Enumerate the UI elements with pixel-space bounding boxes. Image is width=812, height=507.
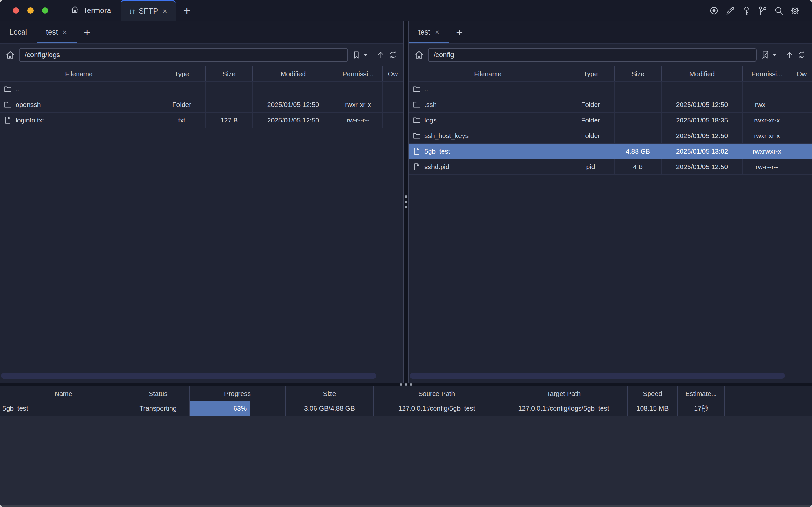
minimize-window-button[interactable] xyxy=(27,7,34,14)
file-row[interactable]: sshd.pid pid 4 B 2025/01/05 12:50 rw-r--… xyxy=(409,159,812,175)
column-header-size[interactable]: Size xyxy=(614,66,661,81)
column-header-filename[interactable]: Filename xyxy=(409,66,567,81)
transfer-row[interactable]: 5gb_test Transporting 63% 3.06 GB/4.88 G… xyxy=(0,401,812,416)
up-directory-icon[interactable] xyxy=(785,50,794,60)
horizontal-scrollbar[interactable] xyxy=(1,373,376,379)
column-header-modified[interactable]: Modified xyxy=(661,66,743,81)
branch-icon[interactable] xyxy=(758,6,767,15)
file-size xyxy=(614,113,661,128)
left-new-tab-button[interactable]: + xyxy=(76,21,98,44)
file-modified: 2025/01/05 12:50 xyxy=(253,97,334,113)
column-header-size[interactable]: Size xyxy=(286,386,374,401)
file-type-icon xyxy=(413,163,421,171)
tab-close-icon[interactable]: × xyxy=(162,7,167,15)
file-row[interactable]: loginfo.txt txt 127 B 2025/01/05 12:50 r… xyxy=(0,113,403,128)
zoom-window-button[interactable] xyxy=(42,7,48,14)
left-pane-tabs: Local test × + xyxy=(0,21,403,44)
column-header-progress[interactable]: Progress xyxy=(190,386,286,401)
column-header-type[interactable]: Type xyxy=(567,66,614,81)
search-icon[interactable] xyxy=(774,6,784,15)
file-modified: 2025/01/05 12:50 xyxy=(661,159,743,175)
file-row[interactable]: 5gb_test 4.88 GB 2025/01/05 13:02 rwxrwx… xyxy=(409,144,812,159)
file-permissions xyxy=(334,81,382,97)
pane-splitter-handle[interactable] xyxy=(403,21,409,383)
file-size xyxy=(206,97,253,113)
record-icon[interactable] xyxy=(709,6,719,15)
key-icon[interactable] xyxy=(742,6,751,15)
column-header-target-path[interactable]: Target Path xyxy=(500,386,628,401)
tab-sftp-label: SFTP xyxy=(139,7,158,15)
tab-close-icon[interactable]: × xyxy=(62,29,67,36)
file-owner xyxy=(791,81,812,97)
file-name: 5gb_test xyxy=(424,148,450,155)
left-tab-local[interactable]: Local xyxy=(0,21,37,44)
file-owner xyxy=(791,97,812,113)
column-header-owner[interactable]: Ow xyxy=(382,66,403,81)
column-header-status[interactable]: Status xyxy=(127,386,190,401)
traffic-lights xyxy=(0,0,61,21)
file-row[interactable]: openssh Folder 2025/01/05 12:50 rwxr-xr-… xyxy=(0,97,403,113)
transfer-filler xyxy=(725,401,812,416)
column-header-permissions[interactable]: Permissi... xyxy=(334,66,382,81)
chevron-down-icon[interactable] xyxy=(364,54,368,56)
file-type xyxy=(567,144,614,159)
new-tab-button[interactable]: + xyxy=(175,0,199,21)
file-type-icon xyxy=(413,116,421,124)
bookmark-icon[interactable] xyxy=(352,50,361,60)
file-row[interactable]: .. xyxy=(409,81,812,97)
right-pane: test × + xyxy=(409,21,812,383)
edit-icon[interactable] xyxy=(725,6,735,15)
file-owner xyxy=(382,113,403,128)
home-icon[interactable] xyxy=(414,50,424,60)
app-window: Termora ↓↑ SFTP × + xyxy=(0,0,812,507)
right-path-input[interactable] xyxy=(428,48,757,62)
column-header-permissions[interactable]: Permissi... xyxy=(743,66,791,81)
column-header-filename[interactable]: Filename xyxy=(0,66,158,81)
column-header-estimate[interactable]: Estimate... xyxy=(678,386,725,401)
file-row[interactable]: .ssh Folder 2025/01/05 12:50 rwx------ xyxy=(409,97,812,113)
up-directory-icon[interactable] xyxy=(376,50,385,60)
column-header-owner[interactable]: Ow xyxy=(791,66,812,81)
right-file-table-header: Filename Type Size Modified Permissi... … xyxy=(409,66,812,81)
refresh-icon[interactable] xyxy=(388,50,397,60)
column-header-source-path[interactable]: Source Path xyxy=(374,386,500,401)
file-name: logs xyxy=(424,116,437,124)
tab-sftp[interactable]: ↓↑ SFTP × xyxy=(121,0,175,21)
left-path-input[interactable] xyxy=(19,48,348,62)
home-icon[interactable] xyxy=(5,50,15,60)
file-type xyxy=(158,81,206,97)
horizontal-scrollbar[interactable] xyxy=(410,373,785,379)
left-file-table-header: Filename Type Size Modified Permissi... … xyxy=(0,66,403,81)
transfer-status: Transporting xyxy=(127,401,190,416)
file-name: sshd.pid xyxy=(424,163,449,171)
right-new-tab-button[interactable]: + xyxy=(449,21,470,44)
transfer-panel-splitter-handle[interactable] xyxy=(0,383,812,386)
bookmark-slash-icon[interactable] xyxy=(761,50,770,60)
file-owner xyxy=(382,97,403,113)
right-tab-test[interactable]: test × xyxy=(409,21,449,44)
right-tab-test-label: test xyxy=(418,28,430,37)
file-row[interactable]: ssh_host_keys Folder 2025/01/05 12:50 rw… xyxy=(409,128,812,144)
left-tab-test[interactable]: test × xyxy=(37,21,76,44)
file-row[interactable]: .. xyxy=(0,81,403,97)
file-owner xyxy=(791,113,812,128)
chevron-down-icon[interactable] xyxy=(773,54,776,56)
file-permissions: rwxrwxr-x xyxy=(743,144,791,159)
refresh-icon[interactable] xyxy=(797,50,806,60)
file-type xyxy=(567,81,614,97)
column-header-modified[interactable]: Modified xyxy=(253,66,334,81)
settings-gear-icon[interactable] xyxy=(790,6,800,15)
right-file-list: .. xyxy=(409,81,812,175)
file-row[interactable]: logs Folder 2025/01/05 18:35 rwxr-xr-x xyxy=(409,113,812,128)
column-header-size[interactable]: Size xyxy=(206,66,253,81)
column-header-type[interactable]: Type xyxy=(158,66,206,81)
file-size xyxy=(614,97,661,113)
left-pane: Local test × + xyxy=(0,21,403,383)
file-permissions: rw-r--r-- xyxy=(743,159,791,175)
column-header-name[interactable]: Name xyxy=(0,386,127,401)
file-owner xyxy=(791,128,812,144)
close-window-button[interactable] xyxy=(13,7,19,14)
column-header-speed[interactable]: Speed xyxy=(628,386,678,401)
tab-termora[interactable]: Termora xyxy=(61,0,121,21)
tab-close-icon[interactable]: × xyxy=(435,29,439,36)
